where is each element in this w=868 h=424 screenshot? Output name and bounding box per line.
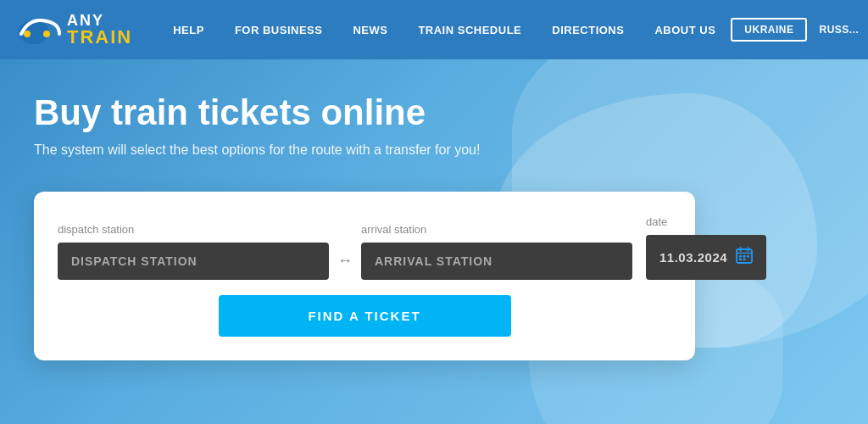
- hero-title: Buy train tickets online: [34, 93, 834, 132]
- nav-item-news[interactable]: NEWS: [337, 24, 403, 36]
- logo-train-text: TRAIN: [67, 28, 132, 47]
- logo[interactable]: ANY TRAIN: [17, 8, 132, 51]
- date-input[interactable]: 11.03.2024: [646, 235, 766, 280]
- find-ticket-button[interactable]: FIND A TICKET: [219, 295, 511, 337]
- date-value: 11.03.2024: [659, 250, 727, 265]
- arrival-field-group: arrival station: [361, 223, 632, 280]
- hero-content: Buy train tickets online The system will…: [34, 93, 834, 360]
- dispatch-label: dispatch station: [58, 223, 329, 236]
- nav-item-directions[interactable]: DIRECTIONS: [537, 24, 639, 36]
- main-nav: HELP FOR BUSINESS NEWS TRAIN SCHEDULE DI…: [158, 24, 731, 36]
- lang-ukraine-button[interactable]: UKRAINE: [731, 18, 807, 42]
- date-label: date: [646, 215, 766, 228]
- date-field-group: date 11.03.2024: [646, 215, 766, 280]
- svg-point-1: [24, 31, 31, 37]
- language-switcher: UKRAINE RUSS...: [731, 18, 867, 42]
- search-fields: dispatch station ↔ arrival station date …: [58, 215, 671, 280]
- search-card: dispatch station ↔ arrival station date …: [34, 192, 695, 360]
- hero-subtitle: The system will select the best options …: [34, 142, 834, 158]
- svg-rect-7: [739, 255, 742, 258]
- arrival-station-input[interactable]: [361, 243, 632, 280]
- swap-icon: ↔: [337, 252, 353, 270]
- header: ANY TRAIN HELP FOR BUSINESS NEWS TRAIN S…: [0, 0, 868, 59]
- arrival-label: arrival station: [361, 223, 632, 236]
- hero-section: Buy train tickets online The system will…: [0, 59, 868, 424]
- svg-rect-11: [743, 259, 746, 261]
- nav-item-train-schedule[interactable]: TRAIN SCHEDULE: [403, 24, 537, 36]
- lang-russian-button[interactable]: RUSS...: [810, 20, 867, 40]
- nav-item-help[interactable]: HELP: [158, 24, 220, 36]
- svg-rect-8: [743, 255, 746, 258]
- svg-rect-10: [739, 259, 742, 261]
- svg-point-2: [43, 31, 50, 37]
- svg-rect-9: [747, 255, 749, 258]
- dispatch-station-input[interactable]: [58, 243, 329, 280]
- logo-icon: [17, 8, 64, 51]
- swap-stations-button[interactable]: ↔: [329, 252, 361, 280]
- nav-item-for-business[interactable]: FOR BUSINESS: [220, 24, 338, 36]
- nav-item-about-us[interactable]: ABOUT US: [639, 24, 731, 36]
- logo-text: ANY TRAIN: [67, 13, 132, 47]
- dispatch-field-group: dispatch station: [58, 223, 329, 280]
- calendar-icon: [736, 247, 753, 268]
